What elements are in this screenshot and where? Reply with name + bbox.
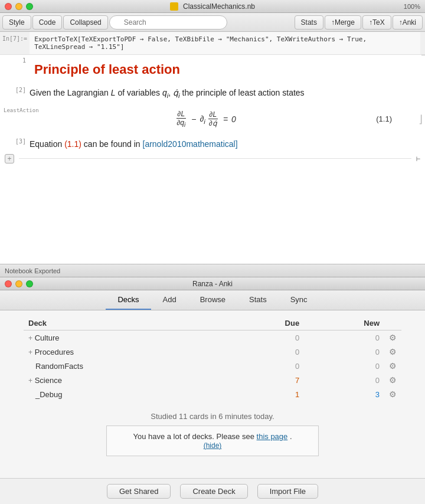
- col-new: New: [304, 316, 384, 330]
- search-input[interactable]: [109, 15, 227, 30]
- col-due: Due: [228, 316, 304, 330]
- stats-button[interactable]: Stats: [295, 15, 323, 30]
- col-deck: Deck: [24, 316, 228, 330]
- deck-name-procedures[interactable]: + Procedures: [24, 345, 228, 359]
- math-expression: ∂L ∂qi − ∂i ∂L ∂q̇ = 0: [174, 110, 236, 128]
- anki-button[interactable]: ↑Anki: [393, 15, 423, 30]
- input-code: ExportToTeX[TeXExportToPDF → False, TeXB…: [34, 35, 367, 51]
- title-bar: ClassicalMechanics.nb 100%: [0, 0, 425, 13]
- equation-container: ∂L ∂qi − ∂i ∂L ∂q̇ = 0: [34, 110, 376, 128]
- input-cell-content[interactable]: ExportToTeX[TeXExportToPDF → False, TeXB…: [30, 32, 420, 54]
- due-procedures: 0: [228, 345, 304, 359]
- import-file-button[interactable]: Import File: [257, 484, 318, 499]
- cell-ref-2: [2]: [0, 84, 30, 96]
- deck-name-science[interactable]: + Science: [24, 373, 228, 387]
- equation-row: LeastAction ∂L ∂qi − ∂i: [0, 103, 425, 135]
- new-science: 0: [304, 373, 384, 387]
- nav-decks[interactable]: Decks: [106, 290, 151, 310]
- cell-ref-3: [3]: [0, 136, 30, 147]
- text-cell-3-row: [3] Equation (1.1) can be found in [arno…: [0, 136, 425, 153]
- anki-footer: Studied 11 cards in 6 minutes today. You…: [0, 407, 425, 461]
- window-controls: [5, 3, 33, 10]
- anki-nav: Decks Add Browse Stats Sync: [0, 290, 425, 310]
- bracket-right: ⌋: [419, 113, 423, 126]
- text-cell-2-content: Given the Lagrangian L of variables qi, …: [30, 84, 420, 103]
- section-heading-row: 1 Principle of least action: [0, 55, 425, 84]
- anki-window-title: Ranza - Anki: [192, 280, 233, 288]
- section-title-content: Principle of least action: [30, 55, 420, 84]
- collapsed-button[interactable]: Collapsed: [63, 15, 107, 30]
- anki-close-button[interactable]: [5, 280, 12, 287]
- new-procedures: 0: [304, 345, 384, 359]
- section-number: 1: [0, 55, 30, 66]
- anki-minimize-button[interactable]: [15, 280, 22, 287]
- equation-cell: ∂L ∂qi − ∂i ∂L ∂q̇ = 0: [30, 103, 420, 135]
- gear-science[interactable]: ⚙: [384, 373, 401, 387]
- style-button[interactable]: Style: [2, 15, 31, 30]
- deck-name-randomfacts[interactable]: RandomFacts: [24, 359, 228, 373]
- frac-1: ∂L ∂qi: [175, 110, 187, 128]
- get-shared-button[interactable]: Get Shared: [107, 484, 171, 499]
- gear-procedures[interactable]: ⚙: [384, 345, 401, 359]
- due-randomfacts: 0: [228, 359, 304, 373]
- text-cell-3-content: Equation (1.1) can be found in [arnold20…: [30, 136, 420, 153]
- minimize-button[interactable]: [15, 3, 22, 10]
- add-cell-row: + ⊢: [0, 153, 425, 165]
- gear-debug[interactable]: ⚙: [384, 387, 401, 401]
- nav-stats[interactable]: Stats: [237, 290, 279, 310]
- equation-number: (1.1): [376, 114, 392, 123]
- notice-link[interactable]: this page: [257, 432, 288, 441]
- due-culture: 0: [228, 330, 304, 345]
- notice-box: You have a lot of decks. Please see this…: [106, 426, 319, 456]
- frac-2: ∂L ∂q̇: [208, 110, 218, 127]
- gear-randomfacts[interactable]: ⚙: [384, 359, 401, 373]
- table-row: _Debug 1 3 ⚙: [24, 387, 401, 401]
- table-row: RandomFacts 0 0 ⚙: [24, 359, 401, 373]
- nav-browse[interactable]: Browse: [188, 290, 237, 310]
- cite-link[interactable]: [arnold2010mathematical]: [143, 139, 238, 149]
- table-row: + Procedures 0 0 ⚙: [24, 345, 401, 359]
- anki-maximize-button[interactable]: [26, 280, 33, 287]
- status-text: Notebook Exported: [5, 267, 60, 274]
- hide-link[interactable]: (hide): [204, 441, 222, 450]
- new-randomfacts: 0: [304, 359, 384, 373]
- nav-sync[interactable]: Sync: [279, 290, 319, 310]
- search-wrap: 🔍: [109, 15, 227, 30]
- window-title: ClassicalMechanics.nb: [170, 2, 255, 11]
- add-cell-arrow: ⊢: [416, 155, 420, 163]
- deck-name-debug[interactable]: _Debug: [24, 387, 228, 401]
- deck-table-body: + Culture 0 0 ⚙ + Procedures 0 0 ⚙: [24, 330, 401, 402]
- new-culture: 0: [304, 330, 384, 345]
- tex-button[interactable]: ↑TeX: [362, 15, 391, 30]
- merge-button[interactable]: ↑Merge: [325, 15, 361, 30]
- gear-culture[interactable]: ⚙: [384, 330, 401, 345]
- deck-name-culture[interactable]: + Culture: [24, 330, 228, 345]
- mathematica-window: ClassicalMechanics.nb 100% Style Code Co…: [0, 0, 425, 277]
- add-cell-button[interactable]: +: [5, 154, 14, 163]
- toolbar: Style Code Collapsed 🔍 Stats ↑Merge ↑TeX…: [0, 13, 425, 32]
- anki-window: Ranza - Anki Decks Add Browse Stats Sync…: [0, 277, 425, 504]
- notebook-icon: [170, 2, 178, 11]
- due-science: 7: [228, 373, 304, 387]
- status-bar: Notebook Exported: [0, 264, 425, 277]
- code-button[interactable]: Code: [32, 15, 63, 30]
- close-button[interactable]: [5, 3, 12, 10]
- section-title: Principle of least action: [34, 57, 416, 82]
- anki-title-bar: Ranza - Anki: [0, 277, 425, 290]
- anki-bottom-bar: Get Shared Create Deck Import File: [0, 478, 425, 504]
- notebook-content: In[7]:= ExportToTeX[TeXExportToPDF → Fal…: [0, 32, 425, 264]
- nav-add[interactable]: Add: [151, 290, 188, 310]
- notice-before: You have a lot of decks. Please see: [133, 432, 254, 441]
- table-row: + Science 7 0 ⚙: [24, 373, 401, 387]
- due-debug: 1: [228, 387, 304, 401]
- studied-text: Studied 11 cards in 6 minutes today.: [12, 412, 413, 421]
- zoom-level: 100%: [404, 3, 420, 10]
- input-label: In[7]:=: [0, 32, 30, 45]
- create-deck-button[interactable]: Create Deck: [180, 484, 247, 499]
- add-cell-divider: [19, 158, 411, 159]
- deck-table-header: Deck Due New: [24, 316, 401, 330]
- eq-ref-link[interactable]: (1.1): [64, 139, 81, 149]
- input-cell-row: In[7]:= ExportToTeX[TeXExportToPDF → Fal…: [0, 32, 425, 55]
- maximize-button[interactable]: [26, 3, 33, 10]
- notice-after: .: [290, 432, 292, 441]
